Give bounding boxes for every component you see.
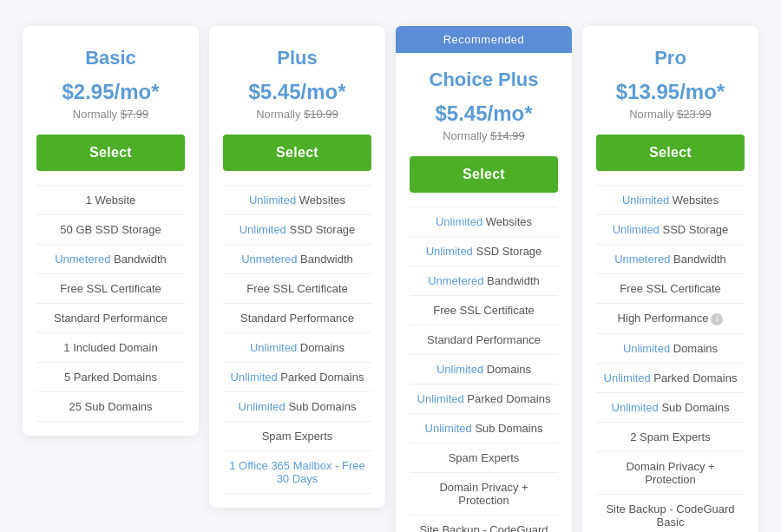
plan-card-basic: Basic$2.95/mo*Normally $7.99Select1 Webs… bbox=[23, 26, 199, 436]
feature-item: Unmetered Bandwidth bbox=[596, 245, 745, 274]
feature-list-plus: Unlimited WebsitesUnlimited SSD StorageU… bbox=[223, 185, 371, 494]
plan-original-basic: Normally $7.99 bbox=[36, 108, 185, 121]
feature-item: Spam Experts bbox=[223, 422, 371, 451]
plan-original-plus: Normally $10.99 bbox=[223, 108, 371, 121]
feature-item: 1 Website bbox=[36, 186, 185, 215]
feature-item: 25 Sub Domains bbox=[36, 392, 185, 422]
feature-item: Unlimited Domains bbox=[596, 334, 745, 364]
plan-price-basic: $2.95/mo* bbox=[36, 80, 185, 104]
feature-list-basic: 1 Website50 GB SSD StorageUnmetered Band… bbox=[36, 185, 185, 422]
feature-item: Unlimited Parked Domains bbox=[223, 363, 371, 392]
feature-item: 5 Parked Domains bbox=[36, 363, 185, 392]
plan-original-pro: Normally $23.99 bbox=[596, 108, 745, 121]
feature-item: Unlimited Websites bbox=[596, 186, 745, 215]
feature-list-choice-plus: Unlimited WebsitesUnlimited SSD StorageU… bbox=[410, 207, 558, 532]
feature-item: Unlimited Websites bbox=[410, 207, 558, 237]
select-button-basic[interactable]: Select bbox=[36, 135, 185, 171]
feature-item: Unlimited Domains bbox=[410, 355, 558, 384]
feature-item: 2 Spam Experts bbox=[596, 423, 745, 452]
select-button-plus[interactable]: Select bbox=[223, 135, 371, 171]
feature-item: Free SSL Certificate bbox=[596, 274, 745, 304]
feature-item: Site Backup - CodeGuard Basic bbox=[596, 495, 745, 532]
feature-list-pro: Unlimited WebsitesUnlimited SSD StorageU… bbox=[596, 185, 745, 532]
plan-original-choice-plus: Normally $14.99 bbox=[410, 129, 558, 142]
feature-item: Unmetered Bandwidth bbox=[36, 245, 185, 274]
feature-item: Unlimited Domains bbox=[223, 333, 371, 363]
info-icon[interactable]: i bbox=[711, 313, 723, 325]
feature-item: Domain Privacy + Protection bbox=[596, 452, 745, 495]
feature-item: Unlimited SSD Storage bbox=[410, 237, 558, 266]
feature-item: Domain Privacy + Protection bbox=[410, 473, 558, 516]
feature-item: Unmetered Bandwidth bbox=[410, 266, 558, 296]
feature-item: High Performancei bbox=[596, 304, 745, 334]
feature-item: 50 GB SSD Storage bbox=[36, 215, 185, 245]
select-button-choice-plus[interactable]: Select bbox=[410, 156, 558, 193]
feature-item: Free SSL Certificate bbox=[36, 274, 185, 304]
feature-item: Standard Performance bbox=[36, 304, 185, 333]
recommended-badge: Recommended bbox=[396, 26, 572, 53]
feature-item: Free SSL Certificate bbox=[410, 296, 558, 325]
plan-price-plus: $5.45/mo* bbox=[223, 80, 371, 104]
plan-name-pro: Pro bbox=[596, 47, 745, 69]
feature-item: Unlimited SSD Storage bbox=[223, 215, 371, 245]
feature-item: Unlimited Parked Domains bbox=[410, 384, 558, 414]
plan-name-choice-plus: Choice Plus bbox=[410, 69, 558, 91]
plan-price-pro: $13.95/mo* bbox=[596, 80, 745, 104]
feature-item: Free SSL Certificate bbox=[223, 274, 371, 304]
plan-card-plus: Plus$5.45/mo*Normally $10.99SelectUnlimi… bbox=[209, 26, 385, 508]
plan-name-basic: Basic bbox=[36, 47, 185, 69]
feature-item: Standard Performance bbox=[410, 325, 558, 355]
feature-item: Unlimited Websites bbox=[223, 186, 371, 215]
feature-item: Unlimited Parked Domains bbox=[596, 364, 745, 393]
feature-item: Unmetered Bandwidth bbox=[223, 245, 371, 274]
select-button-pro[interactable]: Select bbox=[596, 135, 745, 171]
plan-name-plus: Plus bbox=[223, 47, 371, 69]
plan-card-pro: Pro$13.95/mo*Normally $23.99SelectUnlimi… bbox=[582, 26, 758, 532]
plan-price-choice-plus: $5.45/mo* bbox=[410, 102, 558, 126]
feature-item: Spam Experts bbox=[410, 443, 558, 473]
feature-item: Unlimited Sub Domains bbox=[596, 393, 745, 423]
feature-item: Unlimited Sub Domains bbox=[223, 392, 371, 422]
feature-item: Unlimited SSD Storage bbox=[596, 215, 745, 245]
feature-item: 1 Included Domain bbox=[36, 333, 185, 363]
feature-item: Standard Performance bbox=[223, 304, 371, 333]
feature-item: Site Backup - CodeGuard Basic bbox=[410, 516, 558, 532]
feature-item: Unlimited Sub Domains bbox=[410, 414, 558, 443]
plan-card-choice-plus: RecommendedChoice Plus$5.45/mo*Normally … bbox=[396, 26, 572, 532]
pricing-container: Basic$2.95/mo*Normally $7.99Select1 Webs… bbox=[17, 26, 764, 532]
feature-item: 1 Office 365 Mailbox - Free 30 Days bbox=[223, 451, 371, 494]
